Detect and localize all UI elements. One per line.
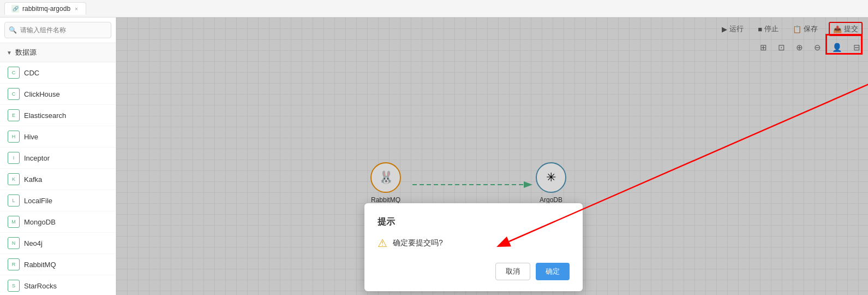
category-header[interactable]: ▼ 数据源 <box>0 43 116 62</box>
sidebar-item-label-mongodb: MongoDB <box>24 218 56 226</box>
canvas-area[interactable]: ▶ 运行 ■ 停止 📋 保存 📤 提交 ⊞ ⊡ ⊕ ⊖ 👤 ⊟ <box>116 17 868 295</box>
sidebar-item-hive[interactable]: H Hive <box>0 126 116 148</box>
dialog-footer: 取消 确定 <box>378 263 570 280</box>
dialog-body: ⚠ 确定要提交吗? <box>378 237 570 250</box>
starrocks-icon: S <box>8 280 20 292</box>
tab-rabbitmq-argodb[interactable]: 🔗 rabbitmq-argodb × <box>4 2 86 15</box>
dialog-overlay: 提示 ⚠ 确定要提交吗? 取消 确定 <box>116 17 868 295</box>
elasticsearch-icon: E <box>8 109 20 121</box>
category-label: 数据源 <box>15 48 37 57</box>
dialog: 提示 ⚠ 确定要提交吗? 取消 确定 <box>364 203 583 291</box>
search-input[interactable] <box>4 22 111 38</box>
localfile-icon: L <box>8 194 20 206</box>
inceptor-icon: I <box>8 152 20 164</box>
sidebar-item-label-neo4j: Neo4j <box>24 239 43 247</box>
sidebar-item-inceptor[interactable]: I Inceptor <box>0 148 116 169</box>
sidebar-item-label-cdc: CDC <box>24 69 39 77</box>
category-arrow-icon: ▼ <box>7 50 12 56</box>
tab-bar: 🔗 rabbitmq-argodb × <box>0 0 868 17</box>
confirm-button[interactable]: 确定 <box>536 263 570 280</box>
sidebar-item-mongodb[interactable]: M MongoDB <box>0 211 116 233</box>
sidebar-item-cdc[interactable]: C CDC <box>0 62 116 84</box>
main-layout: 🔍 ▼ 数据源 C CDC C ClickHouse E Elasticsear… <box>0 17 868 295</box>
sidebar: 🔍 ▼ 数据源 C CDC C ClickHouse E Elasticsear… <box>0 17 116 295</box>
sidebar-item-label-hive: Hive <box>24 133 38 141</box>
kafka-icon: K <box>8 173 20 185</box>
rabbitmq-icon: R <box>8 258 20 270</box>
sidebar-item-label-elasticsearch: Elasticsearch <box>24 111 66 120</box>
warning-icon: ⚠ <box>378 237 387 250</box>
mongodb-icon: M <box>8 216 20 228</box>
search-wrapper: 🔍 <box>4 22 111 38</box>
hive-icon: H <box>8 131 20 143</box>
tab-label: rabbitmq-argodb <box>22 5 70 13</box>
sidebar-item-elasticsearch[interactable]: E Elasticsearch <box>0 105 116 126</box>
neo4j-icon: N <box>8 237 20 249</box>
sidebar-item-label-kafka: Kafka <box>24 175 42 184</box>
dialog-message: 确定要提交吗? <box>393 238 443 248</box>
search-box: 🔍 <box>0 17 116 43</box>
cdc-icon: C <box>8 67 20 79</box>
cancel-button[interactable]: 取消 <box>495 263 530 280</box>
tab-icon: 🔗 <box>11 5 19 13</box>
search-icon: 🔍 <box>9 26 17 34</box>
sidebar-item-clickhouse[interactable]: C ClickHouse <box>0 84 116 105</box>
clickhouse-icon: C <box>8 88 20 100</box>
sidebar-item-label-starrocks: StarRocks <box>24 282 57 290</box>
dialog-title: 提示 <box>378 216 570 228</box>
sidebar-item-label-inceptor: Inceptor <box>24 154 50 162</box>
sidebar-item-label-rabbitmq: RabbitMQ <box>24 261 56 269</box>
sidebar-item-kafka[interactable]: K Kafka <box>0 169 116 190</box>
sidebar-item-label-localfile: LocalFile <box>24 197 52 205</box>
tab-close-icon[interactable]: × <box>74 6 79 12</box>
sidebar-item-neo4j[interactable]: N Neo4j <box>0 233 116 254</box>
sidebar-item-localfile[interactable]: L LocalFile <box>0 190 116 211</box>
sidebar-item-starrocks[interactable]: S StarRocks <box>0 275 116 295</box>
sidebar-item-rabbitmq[interactable]: R RabbitMQ <box>0 254 116 275</box>
sidebar-item-label-clickhouse: ClickHouse <box>24 90 60 98</box>
